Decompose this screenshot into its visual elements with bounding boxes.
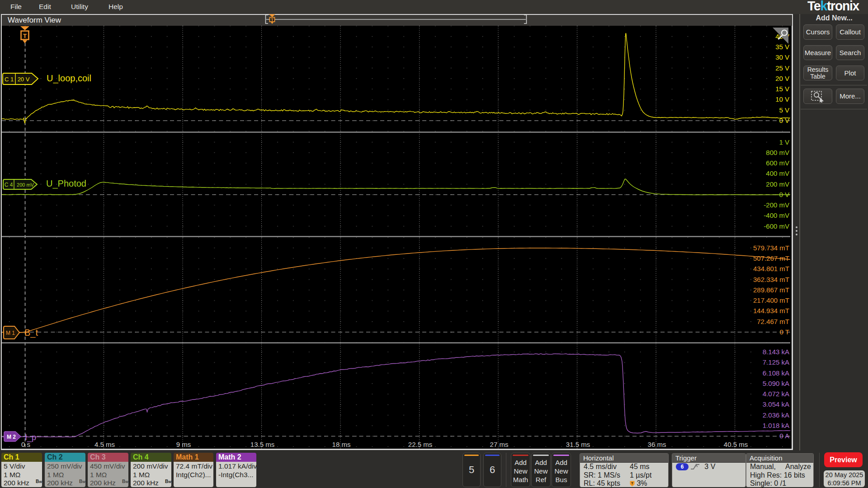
svg-text:40.5 ms: 40.5 ms <box>724 441 748 448</box>
svg-text:600 mV: 600 mV <box>766 159 789 167</box>
svg-text:20 V: 20 V <box>775 75 789 82</box>
svg-text:9 ms: 9 ms <box>176 441 191 448</box>
svg-text:144.934 mT: 144.934 mT <box>753 307 789 314</box>
svg-text:200 mV: 200 mV <box>766 180 789 188</box>
svg-text:27 ms: 27 ms <box>490 441 509 448</box>
svg-text:217.400 mT: 217.400 mT <box>753 296 789 304</box>
svg-text:I_p: I_p <box>25 433 36 442</box>
svg-text:B_t: B_t <box>24 328 38 338</box>
svg-text:U_Photod: U_Photod <box>46 178 86 189</box>
svg-text:30 V: 30 V <box>775 53 789 61</box>
svg-text:-400 mV: -400 mV <box>764 211 789 219</box>
svg-text:25 V: 25 V <box>775 64 789 72</box>
svg-text:13.5 ms: 13.5 ms <box>250 441 274 448</box>
svg-text:-200 mV: -200 mV <box>764 201 789 209</box>
svg-text:T: T <box>271 18 274 22</box>
svg-text:1 V: 1 V <box>779 138 789 146</box>
svg-text:200 mV: 200 mV <box>17 182 34 188</box>
svg-text:289.867 mT: 289.867 mT <box>753 286 789 294</box>
svg-text:-600 mV: -600 mV <box>764 222 789 230</box>
svg-text:U_loop,coil: U_loop,coil <box>47 73 91 84</box>
svg-text:362.334 mT: 362.334 mT <box>753 276 789 283</box>
svg-text:6.108 kA: 6.108 kA <box>763 369 789 377</box>
svg-text:36 ms: 36 ms <box>648 441 666 448</box>
svg-text:434.801 mT: 434.801 mT <box>753 265 789 272</box>
svg-text:579.734 mT: 579.734 mT <box>753 244 789 252</box>
svg-text:0 T: 0 T <box>780 328 789 336</box>
svg-text:507.267 mT: 507.267 mT <box>753 254 789 262</box>
svg-text:T: T <box>23 33 27 39</box>
svg-text:18 ms: 18 ms <box>332 441 351 448</box>
svg-text:2.036 kA: 2.036 kA <box>763 411 789 419</box>
svg-text:10 V: 10 V <box>775 95 789 103</box>
svg-text:8.143 kA: 8.143 kA <box>763 348 789 356</box>
svg-text:7.125 kA: 7.125 kA <box>763 358 789 366</box>
svg-text:M 2: M 2 <box>7 434 16 440</box>
svg-text:4.5 ms: 4.5 ms <box>94 441 115 448</box>
svg-text:3.054 kA: 3.054 kA <box>763 400 789 408</box>
svg-text:35 V: 35 V <box>775 43 789 51</box>
svg-text:0 A: 0 A <box>779 432 789 440</box>
svg-text:1.018 kA: 1.018 kA <box>763 422 789 429</box>
svg-text:M 1: M 1 <box>6 330 15 336</box>
svg-text:C 4: C 4 <box>5 182 13 188</box>
svg-text:22.5 ms: 22.5 ms <box>408 441 432 448</box>
svg-text:800 mV: 800 mV <box>766 149 789 156</box>
svg-text:72.467 mT: 72.467 mT <box>757 318 789 325</box>
svg-text:4.072 kA: 4.072 kA <box>763 390 789 398</box>
svg-text:T: T <box>631 481 633 485</box>
svg-text:20 V: 20 V <box>18 76 30 83</box>
svg-text:5 V: 5 V <box>779 106 789 114</box>
svg-text:400 mV: 400 mV <box>766 169 789 177</box>
svg-text:5.090 kA: 5.090 kA <box>763 380 789 387</box>
svg-text:15 V: 15 V <box>775 85 789 93</box>
svg-text:31.5 ms: 31.5 ms <box>566 441 590 448</box>
svg-text:C 1: C 1 <box>5 76 14 83</box>
